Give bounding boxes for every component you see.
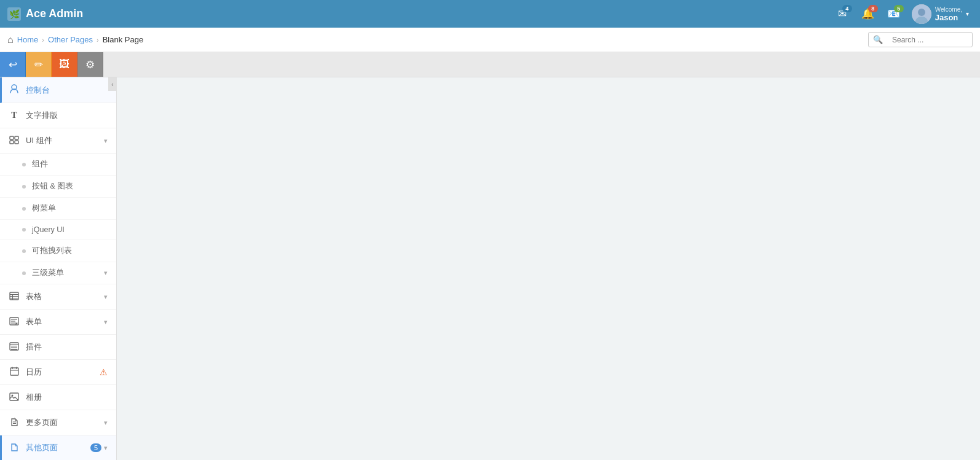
envelope-badge: 5 [894, 5, 904, 12]
gallery-icon [9, 392, 20, 403]
user-caret-icon: ▾ [966, 10, 969, 17]
home-icon[interactable]: ⌂ [7, 34, 14, 45]
more-pages-icon [9, 417, 20, 428]
sidebar-item-dashboard[interactable]: 控制台 [0, 77, 116, 103]
sidebar-item-typography[interactable]: T 文字排版 [0, 103, 116, 128]
more-pages-chevron-icon: ▾ [104, 419, 108, 427]
plugins-icon [9, 342, 20, 353]
sidebar-item-label-forms: 表单 [26, 316, 104, 327]
typography-icon: T [9, 111, 20, 120]
user-text: Welcome, Jason [935, 6, 962, 22]
sidebar-item-label-gallery: 相册 [26, 392, 108, 403]
user-menu-button[interactable]: Welcome, Jason ▾ [908, 2, 973, 26]
other-pages-icon [9, 442, 20, 453]
subitem-label-draggable: 可拖拽列表 [32, 246, 72, 256]
sub-dot [22, 207, 26, 211]
calendar-warning-icon: ⚠ [100, 367, 108, 377]
search-bar: 🔍 [868, 32, 973, 47]
subitem-label-jquery: jQuery UI [32, 225, 65, 234]
sidebar-subitem-jquery[interactable]: jQuery UI [0, 220, 116, 240]
other-pages-chevron-icon: ▾ [104, 444, 108, 452]
breadcrumb-sep1: › [42, 36, 44, 44]
search-icon: 🔍 [869, 33, 887, 47]
quick-nav-strip: ↩✏🖼⚙ [0, 52, 980, 77]
sidebar-item-label-plugins: 插件 [26, 341, 108, 353]
image-icon: 🖼 [59, 58, 69, 71]
three-level-chevron-icon: ▾ [104, 269, 108, 277]
breadcrumb: ⌂ Home › Other Pages › Blank Page [7, 34, 143, 45]
other-pages-badge: 5 [90, 443, 101, 452]
sidebar-item-label-ui-components: UI 组件 [26, 135, 104, 146]
envelope-button[interactable]: 📧 5 [882, 2, 906, 26]
subitem-label-tree: 树菜单 [32, 203, 56, 214]
breadcrumb-bar: ⌂ Home › Other Pages › Blank Page 🔍 [0, 28, 980, 52]
brand-icon: 🌿 [7, 7, 21, 21]
subitem-label-components: 组件 [32, 159, 48, 170]
brand-logo: 🌿 Ace Admin [7, 7, 83, 21]
sidebar-subitem-buttons[interactable]: 按钮 & 图表 [0, 176, 116, 198]
mail-button[interactable]: ✉ 4 [831, 2, 854, 26]
sidebar-subitem-three-level[interactable]: 三级菜单 ▾ [0, 262, 116, 284]
ui-components-icon [9, 136, 20, 146]
sidebar-subitem-components[interactable]: 组件 [0, 154, 116, 176]
svg-point-1 [918, 9, 925, 16]
quick-nav-btn-gray-dark[interactable]: ⚙ [77, 52, 103, 77]
breadcrumb-other-pages-link[interactable]: Other Pages [48, 35, 93, 44]
top-navbar: 🌿 Ace Admin ✉ 4 🔔 8 📧 5 [0, 0, 980, 28]
quick-nav-btn-yellow[interactable]: ✏ [26, 52, 52, 77]
search-input[interactable] [887, 33, 973, 47]
svg-rect-7 [15, 141, 18, 144]
sidebar-toggle[interactable]: ‹ [108, 77, 117, 91]
bell-badge: 8 [868, 5, 878, 12]
layout: ‹ 控制台 T 文字排版 [0, 77, 980, 460]
quick-nav-btn-blue[interactable]: ↩ [0, 52, 26, 77]
bell-button[interactable]: 🔔 8 [856, 2, 880, 26]
sidebar-item-label-other-pages: 其他页面 [26, 442, 90, 453]
breadcrumb-home-link[interactable]: Home [17, 35, 39, 44]
sidebar-item-more-pages[interactable]: 更多页面 ▾ [0, 410, 116, 435]
sub-dot [22, 228, 26, 232]
sidebar-item-plugins[interactable]: 插件 [0, 335, 116, 360]
sub-dot [22, 185, 26, 189]
sidebar-item-forms[interactable]: 表单 ▾ [0, 310, 116, 335]
sidebar-item-label-typography: 文字排版 [26, 110, 108, 121]
back-icon: ↩ [9, 58, 17, 71]
breadcrumb-current: Blank Page [103, 35, 144, 44]
svg-rect-5 [15, 136, 18, 139]
brand-title: Ace Admin [26, 7, 83, 20]
mail-badge: 4 [842, 5, 852, 12]
username-label: Jason [935, 13, 962, 22]
breadcrumb-sep2: › [97, 36, 99, 44]
forms-chevron-icon: ▾ [104, 318, 108, 326]
tables-icon [9, 292, 20, 302]
sidebar-item-label-tables: 表格 [26, 291, 104, 302]
sub-dot [22, 271, 26, 275]
main-content [117, 77, 980, 460]
sidebar-item-tables[interactable]: 表格 ▾ [0, 284, 116, 310]
sidebar-item-other-pages[interactable]: 其他页面 5 ▾ [0, 435, 116, 460]
sidebar-item-gallery[interactable]: 相册 [0, 385, 116, 410]
sidebar-item-label-dashboard: 控制台 [26, 85, 108, 96]
sub-dot [22, 163, 26, 166]
settings-icon: ⚙ [85, 58, 95, 71]
sidebar-item-ui-components[interactable]: UI 组件 ▾ [0, 128, 116, 154]
svg-rect-22 [10, 368, 18, 375]
sidebar: ‹ 控制台 T 文字排版 [0, 77, 117, 460]
nav-right: ✉ 4 🔔 8 📧 5 Welcome, Jason [831, 2, 973, 26]
sidebar-item-calendar[interactable]: 日历 ⚠ [0, 360, 116, 385]
forms-icon [9, 317, 20, 327]
sub-dot [22, 249, 26, 253]
quick-nav-btn-orange[interactable]: 🖼 [52, 52, 77, 77]
calendar-icon [9, 367, 20, 378]
sidebar-item-label-calendar: 日历 [26, 367, 100, 378]
svg-point-27 [12, 394, 14, 396]
svg-rect-6 [10, 141, 14, 144]
dashboard-icon [9, 84, 20, 96]
sidebar-subitem-tree[interactable]: 树菜单 [0, 198, 116, 220]
subitem-label-buttons: 按钮 & 图表 [32, 181, 73, 192]
avatar [912, 4, 931, 24]
sidebar-item-label-more-pages: 更多页面 [26, 417, 104, 428]
edit-icon: ✏ [34, 58, 43, 71]
subitem-label-threelevel: 三级菜单 [32, 268, 64, 278]
sidebar-subitem-draggable[interactable]: 可拖拽列表 [0, 240, 116, 262]
